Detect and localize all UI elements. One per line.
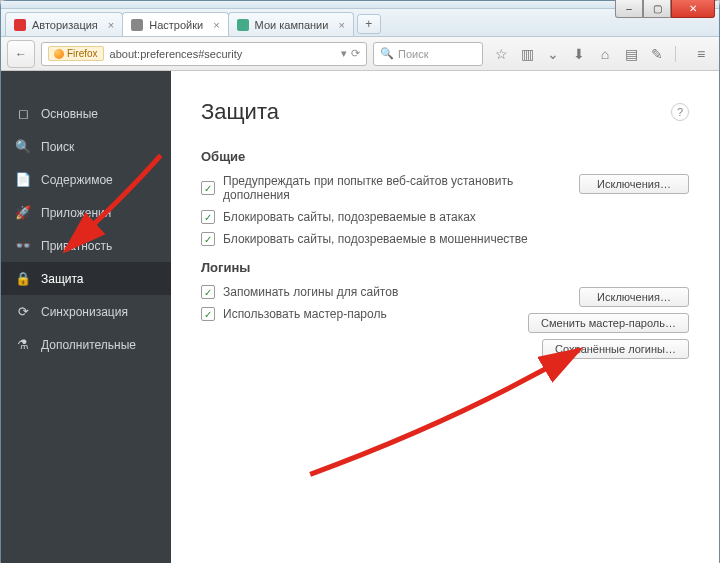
tab-strip: Авторизация × Настройки × Мои кампании ×… <box>1 9 719 37</box>
logins-button-column: Исключения… Сменить мастер-пароль… Сохра… <box>528 287 689 359</box>
general-icon: ◻ <box>15 106 31 121</box>
page-title-row: Защита ? <box>201 99 689 125</box>
gear-icon <box>131 19 143 31</box>
page-title: Защита <box>201 99 279 125</box>
tab-authorization[interactable]: Авторизация × <box>5 12 123 36</box>
favicon-icon <box>14 19 26 31</box>
back-button[interactable]: ← <box>7 40 35 68</box>
exceptions-logins-button[interactable]: Исключения… <box>579 287 689 307</box>
url-text: about:preferences#security <box>110 48 335 60</box>
identity-label: Firefox <box>67 48 98 59</box>
site-identity[interactable]: Firefox <box>48 46 104 61</box>
reader-icon[interactable]: ▥ <box>519 46 535 62</box>
option-label: Запоминать логины для сайтов <box>223 285 528 299</box>
sidebar-item-label: Дополнительные <box>41 338 136 352</box>
security-panel: Защита ? Общие ✓ Предупреждать при попыт… <box>171 71 719 563</box>
rocket-icon: 🚀 <box>15 205 31 220</box>
tab-campaigns[interactable]: Мои кампании × <box>228 12 354 36</box>
search-bar[interactable]: 🔍 Поиск <box>373 42 483 66</box>
window-titlebar: – ▢ ✕ <box>1 1 719 9</box>
sync-icon: ⟳ <box>15 304 31 319</box>
search-icon: 🔍 <box>380 47 394 60</box>
reload-icon[interactable]: ⟳ <box>351 47 360 60</box>
sidebar-item-label: Основные <box>41 107 98 121</box>
minimize-button[interactable]: – <box>615 0 643 18</box>
url-bar[interactable]: Firefox about:preferences#security ▾ ⟳ <box>41 42 367 66</box>
flask-icon: ⚗ <box>15 337 31 352</box>
document-icon: 📄 <box>15 172 31 187</box>
bookmarks-icon[interactable]: ▤ <box>623 46 639 62</box>
tab-close-icon[interactable]: × <box>108 19 114 31</box>
saved-logins-button[interactable]: Сохранённые логины… <box>542 339 689 359</box>
browser-window: – ▢ ✕ Авторизация × Настройки × Мои камп… <box>0 0 720 563</box>
home-icon[interactable]: ⌂ <box>597 46 613 62</box>
sidebar-item-label: Поиск <box>41 140 74 154</box>
search-placeholder: Поиск <box>398 48 428 60</box>
help-icon[interactable]: ? <box>671 103 689 121</box>
checkbox-master-password[interactable]: ✓ <box>201 307 215 321</box>
sidebar-item-general[interactable]: ◻ Основные <box>1 97 171 130</box>
sidebar-item-search[interactable]: 🔍 Поиск <box>1 130 171 163</box>
favicon-icon <box>237 19 249 31</box>
tab-settings[interactable]: Настройки × <box>122 12 228 36</box>
firefox-icon <box>54 49 64 59</box>
sidebar-item-label: Содержимое <box>41 173 113 187</box>
option-label: Использовать мастер-пароль <box>223 307 528 321</box>
new-tab-button[interactable]: + <box>357 14 381 34</box>
preferences-sidebar: ◻ Основные 🔍 Поиск 📄 Содержимое 🚀 Прилож… <box>1 71 171 563</box>
pocket-icon[interactable]: ⌄ <box>545 46 561 62</box>
sidebar-item-security[interactable]: 🔒 Защита <box>1 262 171 295</box>
sidebar-item-content[interactable]: 📄 Содержимое <box>1 163 171 196</box>
content-area: ◻ Основные 🔍 Поиск 📄 Содержимое 🚀 Прилож… <box>1 71 719 563</box>
navigation-toolbar: ← Firefox about:preferences#security ▾ ⟳… <box>1 37 719 71</box>
logins-rows: ✓ Запоминать логины для сайтов ✓ Использ… <box>201 285 689 359</box>
option-label: Блокировать сайты, подозреваемые в мошен… <box>223 232 689 246</box>
sidebar-item-privacy[interactable]: 👓 Приватность <box>1 229 171 262</box>
checkbox-warn-addons[interactable]: ✓ <box>201 181 215 195</box>
download-icon[interactable]: ⬇ <box>571 46 587 62</box>
tab-close-icon[interactable]: × <box>338 19 344 31</box>
tab-label: Авторизация <box>32 19 98 31</box>
url-actions: ▾ ⟳ <box>341 47 360 60</box>
sidebar-item-advanced[interactable]: ⚗ Дополнительные <box>1 328 171 361</box>
checkbox-block-fraud[interactable]: ✓ <box>201 232 215 246</box>
change-master-password-button[interactable]: Сменить мастер-пароль… <box>528 313 689 333</box>
tab-label: Мои кампании <box>255 19 329 31</box>
general-row-1: ✓ Предупреждать при попытке веб-сайтов у… <box>201 174 689 210</box>
close-window-button[interactable]: ✕ <box>671 0 715 18</box>
window-controls: – ▢ ✕ <box>615 0 715 18</box>
dropdown-icon[interactable]: ▾ <box>341 47 347 60</box>
search-icon: 🔍 <box>15 139 31 154</box>
menu-icon[interactable]: ≡ <box>693 46 709 62</box>
section-heading-general: Общие <box>201 149 689 164</box>
tab-close-icon[interactable]: × <box>213 19 219 31</box>
sidebar-item-label: Защита <box>41 272 84 286</box>
separator <box>675 46 683 62</box>
option-label: Предупреждать при попытке веб-сайтов уст… <box>223 174 579 202</box>
sidebar-item-label: Синхронизация <box>41 305 128 319</box>
checkbox-block-attack[interactable]: ✓ <box>201 210 215 224</box>
option-label: Блокировать сайты, подозреваемые в атака… <box>223 210 689 224</box>
sidebar-item-label: Приложения <box>41 206 111 220</box>
exceptions-button[interactable]: Исключения… <box>579 174 689 194</box>
star-icon[interactable]: ☆ <box>493 46 509 62</box>
maximize-button[interactable]: ▢ <box>643 0 671 18</box>
checkbox-remember-logins[interactable]: ✓ <box>201 285 215 299</box>
sidebar-item-label: Приватность <box>41 239 112 253</box>
toolbar-actions: ☆ ▥ ⌄ ⬇ ⌂ ▤ ✎ ≡ <box>489 46 713 62</box>
mask-icon: 👓 <box>15 238 31 253</box>
lock-icon: 🔒 <box>15 271 31 286</box>
sidebar-item-applications[interactable]: 🚀 Приложения <box>1 196 171 229</box>
section-heading-logins: Логины <box>201 260 689 275</box>
sidebar-item-sync[interactable]: ⟳ Синхронизация <box>1 295 171 328</box>
tab-label: Настройки <box>149 19 203 31</box>
share-icon[interactable]: ✎ <box>649 46 665 62</box>
